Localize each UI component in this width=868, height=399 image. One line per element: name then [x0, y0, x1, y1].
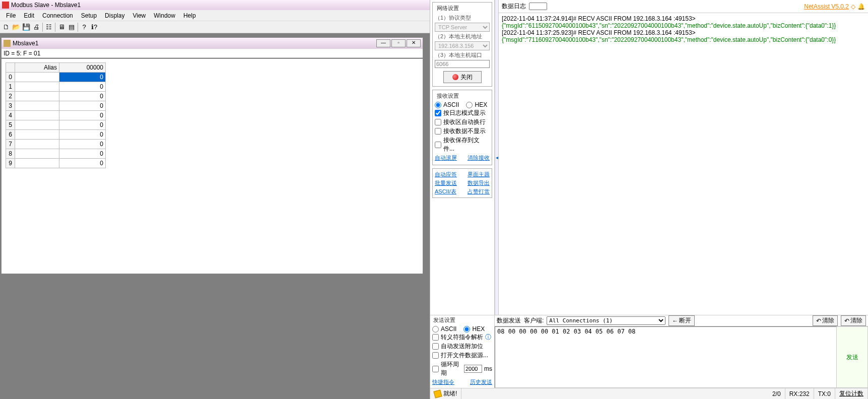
register-table: Alias 00000 00 10 20 30 40 50 60 70 80 9… — [6, 62, 106, 168]
extra-links: 自动应答界面主题 批量发送数据导出 ASCII/表占赞打赏 — [432, 168, 492, 198]
bell-icon[interactable]: 🔔 — [857, 3, 865, 10]
clear-button-2[interactable]: ↶清除 — [841, 315, 866, 326]
monitor-icon[interactable]: 🖥 — [56, 22, 66, 32]
log-title: 数据日志 — [502, 2, 526, 11]
broom-icon: ↶ — [844, 317, 849, 324]
menu-connection[interactable]: Connection — [38, 11, 77, 20]
menu-edit[interactable]: Edit — [20, 11, 38, 20]
ascii-table-link[interactable]: ASCII/表 — [435, 188, 456, 195]
broom-icon: ↶ — [816, 317, 821, 324]
close-connection-button[interactable]: 关闭 — [443, 71, 482, 83]
run-icon[interactable]: ▤ — [66, 22, 77, 32]
recv-fieldset: 接收设置 ASCII HEX 按日志模式显示 接收区自动换行 接收数据不显示 接… — [432, 90, 492, 165]
menu-view[interactable]: View — [128, 11, 150, 20]
log-header: 数据日志 NetAssist V5.0.2 ◇ 🔔 — [499, 0, 868, 13]
table-row: 60 — [6, 130, 106, 140]
ready-cell: 就绪! — [430, 388, 461, 399]
log-filter-input[interactable] — [529, 3, 547, 10]
menubar: File Edit Connection Setup Display View … — [0, 10, 430, 21]
log-body[interactable]: [2022-11-04 11:37:24.914]# RECV ASCII FR… — [499, 13, 868, 315]
menu-display[interactable]: Display — [101, 11, 128, 20]
corner-cell — [6, 63, 15, 73]
print-icon[interactable]: 🖨 — [31, 22, 41, 32]
send-textarea[interactable] — [495, 326, 837, 388]
tx-count: TX:0 — [814, 388, 835, 399]
quick-cmd-link[interactable]: 快捷指令 — [432, 378, 454, 386]
left-settings-panel: 网络设置 （1）协议类型 TCP Server （2）本地主机地址 192.16… — [430, 0, 495, 315]
new-icon[interactable]: 🗋 — [1, 22, 11, 32]
mdi-titlebar[interactable]: Mbslave1 — ▫ ✕ — [2, 38, 423, 49]
escape-check[interactable] — [432, 334, 439, 341]
loop-check[interactable] — [432, 366, 439, 372]
conn-count: 2/0 — [768, 388, 785, 399]
net-fieldset: 网络设置 （1）协议类型 TCP Server （2）本地主机地址 192.16… — [432, 2, 492, 87]
batch-send-link[interactable]: 批量发送 — [435, 179, 457, 187]
port-label: （3）本地主机端口 — [435, 51, 490, 59]
file-source-check[interactable] — [432, 352, 439, 359]
host-label: （2）本地主机地址 — [435, 33, 490, 40]
auto-wrap-check[interactable] — [435, 119, 441, 125]
export-link[interactable]: 数据导出 — [468, 179, 490, 187]
client-select[interactable]: All Connections (1) — [547, 316, 665, 325]
table-row: 70 — [6, 140, 106, 149]
recv-hex-radio[interactable] — [466, 102, 473, 108]
save-icon[interactable]: 💾 — [21, 22, 31, 32]
collapse-handle[interactable]: ◂ — [495, 0, 499, 315]
hide-recv-check[interactable] — [435, 128, 441, 135]
minimize-button[interactable]: — — [376, 39, 390, 47]
col-value[interactable]: 00000 — [59, 63, 106, 73]
auto-scroll-link[interactable]: 自动滚屏 — [435, 154, 457, 162]
clear-recv-link[interactable]: 清除接收 — [468, 154, 490, 162]
help-icon[interactable]: ? — [79, 22, 89, 32]
menu-help[interactable]: Help — [179, 11, 200, 20]
port-input[interactable] — [435, 60, 490, 68]
ready-icon — [433, 389, 442, 398]
theme-link[interactable]: 界面主题 — [468, 171, 490, 178]
menu-file[interactable]: File — [2, 11, 20, 20]
table-row: 10 — [6, 82, 106, 92]
close-button[interactable]: ✕ — [407, 39, 421, 47]
app-titlebar: Modbus Slave - Mbslave1 — [0, 0, 430, 10]
table-row: 90 — [6, 159, 106, 168]
table-row: 00 — [6, 73, 106, 82]
recv-ascii-radio[interactable] — [435, 102, 441, 108]
record-icon — [452, 74, 458, 80]
send-ascii-radio[interactable] — [432, 326, 439, 332]
info-icon[interactable]: ⓘ — [485, 333, 491, 342]
open-icon[interactable]: 📂 — [11, 22, 21, 32]
send-hex-radio[interactable] — [463, 326, 470, 332]
log-mode-check[interactable] — [435, 110, 441, 116]
toolbar: 🗋 📂 💾 🖨 ☷ 🖥 ▤ ? ℹ? — [0, 21, 430, 33]
close-label: 关闭 — [460, 73, 473, 82]
menu-setup[interactable]: Setup — [77, 11, 101, 20]
brand-link[interactable]: NetAssist V5.0.2 — [804, 3, 849, 10]
period-input[interactable] — [464, 365, 482, 373]
auto-reply-link[interactable]: 自动应答 — [435, 171, 457, 178]
reset-counter-button[interactable]: 复位计数 — [835, 388, 868, 399]
statusbar: 就绪! 2/0 RX:232 TX:0 复位计数 — [430, 388, 868, 399]
mdi-workspace: Mbslave1 — ▫ ✕ ID = 5: F = 01 Alias 0000… — [0, 33, 430, 399]
table-row: 50 — [6, 120, 106, 130]
whatsthis-icon[interactable]: ℹ? — [89, 22, 99, 32]
host-select[interactable]: 192.168.3.156 — [435, 41, 490, 50]
clear-button[interactable]: ↶清除 — [813, 315, 838, 326]
disconnect-button[interactable]: ←断开 — [669, 315, 695, 326]
history-link[interactable]: 历史发送 — [470, 378, 492, 386]
send-title: 发送设置 — [432, 316, 456, 324]
diamond-icon[interactable]: ◇ — [851, 3, 855, 10]
col-alias[interactable]: Alias — [15, 63, 59, 73]
donate-link[interactable]: 占赞打赏 — [468, 188, 490, 195]
doc-icon — [4, 40, 11, 47]
separator — [78, 23, 78, 32]
connect-icon[interactable]: ☷ — [44, 22, 54, 32]
table-row: 20 — [6, 92, 106, 101]
separator — [55, 23, 55, 32]
log-area: 数据日志 NetAssist V5.0.2 ◇ 🔔 [2022-11-04 11… — [499, 0, 868, 315]
menu-window[interactable]: Window — [150, 11, 179, 20]
maximize-button[interactable]: ▫ — [391, 39, 406, 47]
send-bar-title: 数据发送 — [497, 316, 521, 325]
save-file-check[interactable] — [435, 142, 441, 148]
proto-select[interactable]: TCP Server — [435, 23, 490, 32]
send-button[interactable]: 发送 — [837, 326, 868, 388]
append-check[interactable] — [432, 343, 439, 350]
